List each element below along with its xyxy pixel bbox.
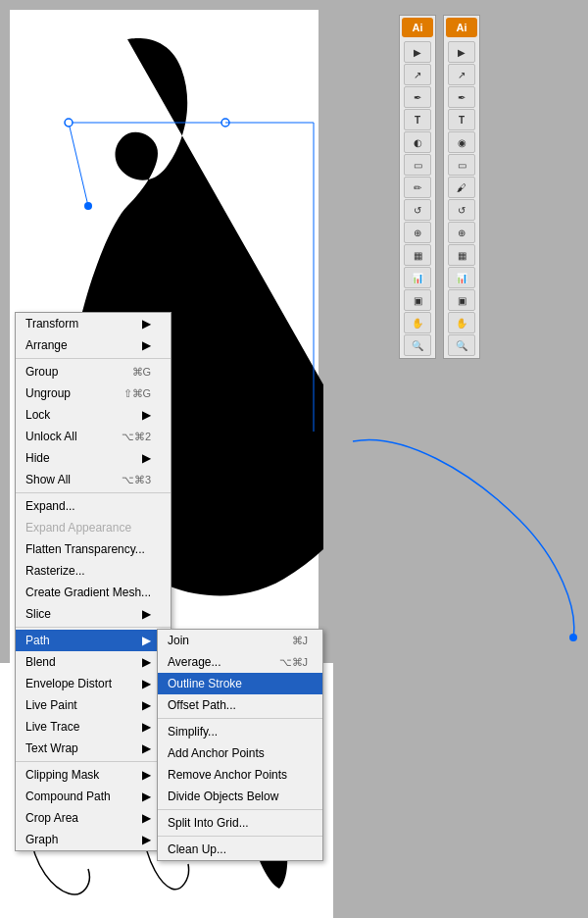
menu-envelope-label: Envelope Distort: [25, 675, 112, 692]
submenu-simplify[interactable]: Simplify...: [158, 721, 322, 742]
menu-gradient-mesh[interactable]: Create Gradient Mesh...: [16, 582, 171, 603]
tool-rect[interactable]: ▭: [448, 154, 475, 176]
tool-rotate[interactable]: ↺: [404, 199, 431, 221]
submenu-average-shortcut: ⌥⌘J: [279, 653, 309, 671]
tool-bar[interactable]: 📊: [448, 267, 475, 288]
submenu-split-grid[interactable]: Split Into Grid...: [158, 812, 322, 834]
tool-pen[interactable]: ✒: [404, 86, 431, 108]
tool-sphere[interactable]: ◉: [448, 131, 475, 153]
menu-text-wrap-arrow: ▶: [142, 740, 151, 757]
menu-graph-arrow: ▶: [142, 831, 151, 848]
tool-type-r[interactable]: T: [448, 109, 475, 130]
tool-direct-select[interactable]: ↗: [404, 64, 431, 85]
menu-envelope[interactable]: Envelope Distort ▶: [16, 673, 171, 694]
submenu-divide[interactable]: Divide Objects Below: [158, 786, 322, 807]
toolbar-panel-right: Ai ▶ ↗ ✒ T ◉ ▭ 🖌 ↺ ⊕ ▦ 📊 ▣ ✋ 🔍: [443, 15, 480, 359]
menu-expand[interactable]: Expand...: [16, 495, 171, 517]
menu-slice[interactable]: Slice ▶: [16, 603, 171, 625]
menu-rasterize[interactable]: Rasterize...: [16, 560, 171, 582]
menu-group[interactable]: Group ⌘G: [16, 361, 171, 382]
tool-slice[interactable]: ▣: [404, 289, 431, 311]
submenu-divide-label: Divide Objects Below: [168, 788, 278, 805]
separator-4: [16, 761, 171, 762]
menu-live-paint[interactable]: Live Paint ▶: [16, 694, 171, 716]
tool-hand[interactable]: ✋: [404, 312, 431, 333]
tool-brush[interactable]: 🖌: [448, 177, 475, 198]
menu-text-wrap[interactable]: Text Wrap ▶: [16, 738, 171, 759]
menu-compound-path[interactable]: Compound Path ▶: [16, 786, 171, 807]
menu-arrange-arrow: ▶: [142, 336, 151, 354]
tool-mesh[interactable]: ▦: [404, 244, 431, 266]
submenu-add-anchor-label: Add Anchor Points: [168, 744, 265, 762]
submenu-join-shortcut: ⌘J: [292, 632, 309, 649]
submenu-sep-3: [158, 836, 322, 837]
tool-zoom-r[interactable]: 🔍: [448, 334, 475, 356]
tool-paint[interactable]: ◐: [404, 131, 431, 153]
tool-grid[interactable]: ▦: [448, 244, 475, 266]
separator-1: [16, 358, 171, 359]
menu-live-paint-arrow: ▶: [142, 696, 151, 714]
menu-path-label: Path: [25, 632, 50, 649]
submenu-split-label: Split Into Grid...: [168, 814, 249, 832]
separator-2: [16, 492, 171, 493]
menu-arrange[interactable]: Arrange ▶: [16, 334, 171, 356]
menu-ungroup[interactable]: Ungroup ⇧⌘G: [16, 382, 171, 404]
menu-show-label: Show All: [25, 471, 71, 488]
tool-symbol[interactable]: ⊕: [448, 222, 475, 243]
extended-artwork: [323, 392, 588, 687]
tool-reflect[interactable]: ↺: [448, 199, 475, 221]
menu-crop-area[interactable]: Crop Area ▶: [16, 807, 171, 829]
menu-unlock-all[interactable]: Unlock All ⌥⌘2: [16, 426, 171, 447]
menu-blend-arrow: ▶: [142, 653, 151, 671]
submenu-average-label: Average...: [168, 653, 220, 671]
submenu-add-anchor[interactable]: Add Anchor Points: [158, 742, 322, 764]
menu-slice-arrow: ▶: [142, 605, 151, 623]
submenu-cleanup[interactable]: Clean Up...: [158, 839, 322, 860]
submenu-average[interactable]: Average... ⌥⌘J: [158, 651, 322, 673]
menu-text-wrap-label: Text Wrap: [25, 740, 78, 757]
menu-expand-appearance: Expand Appearance: [16, 517, 171, 538]
tool-blend[interactable]: ⊕: [404, 222, 431, 243]
tool-type[interactable]: T: [404, 109, 431, 130]
context-menu: Transform ▶ Arrange ▶ Group ⌘G Ungroup ⇧…: [15, 312, 172, 851]
submenu-join[interactable]: Join ⌘J: [158, 630, 322, 651]
menu-live-trace-label: Live Trace: [25, 718, 79, 736]
menu-clipping-mask[interactable]: Clipping Mask ▶: [16, 764, 171, 786]
menu-expand-app-label: Expand Appearance: [25, 519, 131, 536]
tool-zoom[interactable]: 🔍: [404, 334, 431, 356]
submenu-outline-stroke[interactable]: Outline Stroke: [158, 673, 322, 694]
submenu-offset-path[interactable]: Offset Path...: [158, 694, 322, 716]
menu-unlock-label: Unlock All: [25, 428, 77, 445]
menu-hide[interactable]: Hide ▶: [16, 447, 171, 469]
tool-crop[interactable]: ▣: [448, 289, 475, 311]
menu-blend-label: Blend: [25, 653, 56, 671]
tool-chart[interactable]: 📊: [404, 267, 431, 288]
menu-graph[interactable]: Graph ▶: [16, 829, 171, 850]
menu-live-paint-label: Live Paint: [25, 696, 77, 714]
menu-lock-label: Lock: [25, 406, 50, 424]
toolbar-header-left: Ai: [402, 18, 433, 37]
menu-lock[interactable]: Lock ▶: [16, 404, 171, 426]
menu-clipping-label: Clipping Mask: [25, 766, 99, 784]
tool-shape[interactable]: ▭: [404, 154, 431, 176]
menu-transform[interactable]: Transform ▶: [16, 313, 171, 334]
tool-select[interactable]: ▶: [404, 41, 431, 63]
submenu-cleanup-label: Clean Up...: [168, 841, 226, 858]
tool-pen-r[interactable]: ✒: [448, 86, 475, 108]
menu-path[interactable]: Path ▶ Join ⌘J Average... ⌥⌘J Outline St…: [16, 630, 171, 651]
tool-select-r[interactable]: ▶: [448, 41, 475, 63]
menu-compound-label: Compound Path: [25, 788, 111, 805]
tool-hand-r[interactable]: ✋: [448, 312, 475, 333]
menu-live-trace[interactable]: Live Trace ▶: [16, 716, 171, 738]
submenu-remove-anchor[interactable]: Remove Anchor Points: [158, 764, 322, 786]
menu-ungroup-shortcut: ⇧⌘G: [123, 384, 152, 402]
menu-blend[interactable]: Blend ▶: [16, 651, 171, 673]
menu-envelope-arrow: ▶: [142, 675, 151, 692]
menu-show-all[interactable]: Show All ⌥⌘3: [16, 469, 171, 490]
tool-pencil[interactable]: ✏: [404, 177, 431, 198]
menu-group-shortcut: ⌘G: [132, 363, 152, 381]
tool-lasso[interactable]: ↗: [448, 64, 475, 85]
menu-flatten[interactable]: Flatten Transparency...: [16, 538, 171, 560]
submenu-remove-label: Remove Anchor Points: [168, 766, 287, 784]
svg-line-1: [69, 123, 88, 206]
